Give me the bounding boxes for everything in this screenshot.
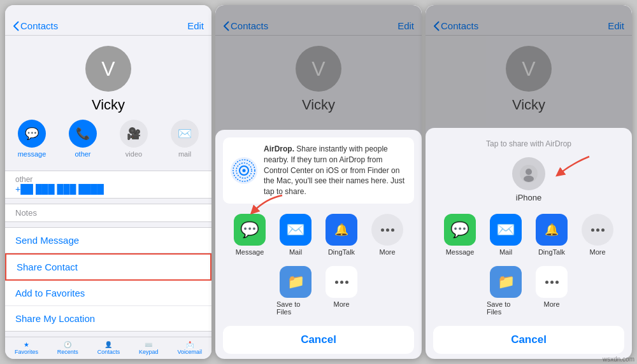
share-location-action[interactable]: Share My Location <box>5 306 211 331</box>
dingtalk-share-icon-3: 🔔 <box>536 214 568 246</box>
airdrop-banner-container: AirDrop. Share instantly with people nea… <box>223 137 414 206</box>
share-app-more-3[interactable]: More <box>578 214 617 256</box>
modal-overlay-3: Tap to share with AirDrop <box>426 5 632 359</box>
mail-share-icon-3: ✉️ <box>490 214 522 246</box>
share-app-dingtalk[interactable]: 🔔 DingTalk <box>322 214 361 256</box>
screen-3: Contacts Edit V Vicky Tap to share with … <box>426 5 632 359</box>
save-files-action-3[interactable]: 📁 Save to Files <box>487 266 525 316</box>
more-action-icon <box>326 266 357 298</box>
status-bar-1 <box>5 5 211 18</box>
more-action-2[interactable]: More <box>322 266 361 316</box>
list-actions-section: Send Message Share Contact Add to Favori… <box>5 227 211 332</box>
back-button-1[interactable]: Contacts <box>13 20 58 31</box>
files-icon-3: 📁 <box>490 266 522 298</box>
svg-point-6 <box>526 169 532 175</box>
save-files-label-3: Save to Files <box>487 300 525 316</box>
mail-share-icon: ✉️ <box>280 214 311 246</box>
tab-favorites[interactable]: ★Favorites <box>15 341 38 355</box>
airdrop-header: Tap to share with AirDrop <box>433 136 624 150</box>
message-icon: 💬 <box>18 120 46 148</box>
save-files-action[interactable]: 📁 Save to Files <box>276 266 315 316</box>
share-app-dingtalk-3[interactable]: 🔔 DingTalk <box>533 214 571 256</box>
share-sheet-3: Tap to share with AirDrop <box>426 128 632 359</box>
cancel-button-3[interactable]: Cancel <box>433 326 624 354</box>
more-share-label: More <box>379 248 395 256</box>
message-share-label: Message <box>236 248 264 256</box>
message-share-icon-3: 💬 <box>444 214 476 246</box>
mail-icon: ✉️ <box>171 120 199 148</box>
red-arrow-1 <box>247 192 285 218</box>
dingtalk-share-label: DingTalk <box>328 248 355 256</box>
share-apps-row-3: 💬 Message ✉️ Mail 🔔 DingTalk <box>433 211 624 258</box>
call-btn[interactable]: 📞 other <box>62 120 103 158</box>
tab-keypad[interactable]: ⌨️Keypad <box>139 341 159 355</box>
iphone-device-avatar <box>512 157 545 190</box>
back-label-1: Contacts <box>20 20 58 31</box>
save-files-label: Save to Files <box>276 300 315 316</box>
video-label: video <box>125 150 142 158</box>
airdrop-device-row: iPhone <box>433 155 624 206</box>
video-icon: 🎥 <box>120 120 148 148</box>
contact-name-1: Vicky <box>92 97 125 113</box>
red-arrow-2 <box>548 153 592 181</box>
share-app-message[interactable]: 💬 Message <box>231 214 269 256</box>
call-icon: 📞 <box>69 120 97 148</box>
tab-contacts[interactable]: 👤Contacts <box>97 341 120 355</box>
dingtalk-share-label-3: DingTalk <box>538 248 565 256</box>
svg-point-1 <box>243 169 246 172</box>
tab-bar-1: ★Favorites 🕐Recents 👤Contacts ⌨️Keypad 📩… <box>5 337 211 359</box>
notes-label: Notes <box>15 208 201 218</box>
more-dots-icon-3 <box>582 214 613 246</box>
message-share-label-3: Message <box>446 248 475 256</box>
mail-share-label: Mail <box>289 248 302 256</box>
more-action-3[interactable]: More <box>533 266 571 316</box>
mail-label: mail <box>178 150 191 158</box>
more-action-label-3: More <box>543 300 559 308</box>
contact-actions-1: 💬 message 📞 other 🎥 video ✉️ mail <box>5 120 211 164</box>
share-contact-action[interactable]: Share Contact <box>5 253 211 281</box>
avatar-1: V <box>85 46 131 92</box>
svg-point-7 <box>524 176 534 182</box>
message-btn[interactable]: 💬 message <box>11 120 52 158</box>
share-app-message-3[interactable]: 💬 Message <box>441 214 479 256</box>
message-share-icon: 💬 <box>234 214 266 246</box>
share-sheet-2: AirDrop. Share instantly with people nea… <box>215 130 422 359</box>
other-field-label: other <box>15 175 201 184</box>
airdrop-device-iphone[interactable]: iPhone <box>512 157 545 202</box>
contact-header-1: V Vicky 💬 message 📞 other 🎥 video <box>5 36 211 171</box>
edit-button-1[interactable]: Edit <box>187 20 204 31</box>
airdrop-icon <box>231 157 257 184</box>
screen-1: Contacts Edit V Vicky 💬 message 📞 other <box>5 5 211 359</box>
iphone-device-name: iPhone <box>516 193 541 202</box>
nav-bar-1: Contacts Edit <box>5 18 211 36</box>
cancel-button-2[interactable]: Cancel <box>223 326 414 354</box>
more-dots-icon <box>371 214 403 246</box>
mail-btn[interactable]: ✉️ mail <box>164 120 205 158</box>
more-share-label-3: More <box>589 248 605 256</box>
share-app-mail[interactable]: ✉️ Mail <box>276 214 315 256</box>
dingtalk-share-icon: 🔔 <box>326 214 357 246</box>
tab-recents[interactable]: 🕐Recents <box>57 341 78 355</box>
files-icon: 📁 <box>280 266 311 298</box>
screen-2: Contacts Edit V Vicky <box>215 5 422 359</box>
share-app-more[interactable]: More <box>368 214 406 256</box>
more-action-label: More <box>333 300 349 308</box>
scroll-content-1: V Vicky 💬 message 📞 other 🎥 video <box>5 36 211 359</box>
video-btn[interactable]: 🎥 video <box>113 120 154 158</box>
share-actions-row-2: 📁 Save to Files More <box>223 263 414 318</box>
send-message-action[interactable]: Send Message <box>5 228 211 253</box>
message-label: message <box>18 150 47 158</box>
call-label: other <box>75 150 90 158</box>
airdrop-text: AirDrop. Share instantly with people nea… <box>264 144 406 197</box>
mail-share-label-3: Mail <box>499 248 512 256</box>
share-apps-row-2: 💬 Message ✉️ Mail 🔔 DingTalk <box>223 211 414 258</box>
share-app-mail-3[interactable]: ✉️ Mail <box>487 214 525 256</box>
other-field-value: +██ ███ ███ ████ <box>15 184 201 194</box>
notes-section: Notes <box>5 204 211 222</box>
add-favorites-action[interactable]: Add to Favorites <box>5 281 211 306</box>
watermark: wsxdn.com <box>603 356 634 363</box>
other-section: other +██ ███ ███ ████ <box>5 171 211 199</box>
modal-overlay-2: AirDrop. Share instantly with people nea… <box>215 5 422 359</box>
app-container: Contacts Edit V Vicky 💬 message 📞 other <box>0 0 637 364</box>
tab-voicemail[interactable]: 📩Voicemail <box>177 341 202 355</box>
